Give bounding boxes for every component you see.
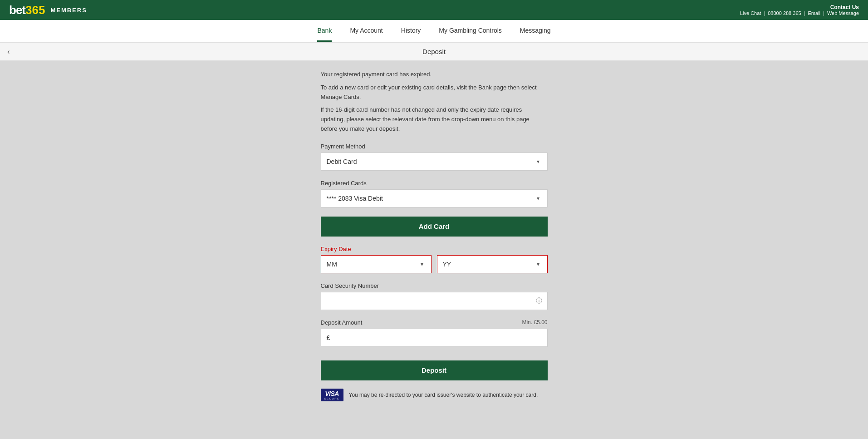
expiry-date-group: Expiry Date MM ▾ YY ▾ bbox=[321, 246, 548, 273]
expiry-month-value: MM bbox=[321, 261, 413, 268]
logo-members: MEMBERS bbox=[50, 7, 87, 14]
expiry-row: MM ▾ YY ▾ bbox=[321, 255, 548, 273]
secure-word: SECURE bbox=[324, 397, 340, 400]
payment-method-value: Debit Card bbox=[321, 158, 529, 165]
info-icon: ⓘ bbox=[531, 297, 547, 305]
nav-my-account[interactable]: My Account bbox=[350, 20, 383, 42]
currency-symbol: £ bbox=[327, 334, 330, 341]
card-security-input-wrapper: ⓘ bbox=[321, 292, 548, 310]
phone-link[interactable]: 08000 288 365 bbox=[768, 10, 801, 16]
card-security-group: Card Security Number ⓘ bbox=[321, 282, 548, 310]
nav-bank[interactable]: Bank bbox=[317, 20, 332, 42]
payment-method-group: Payment Method Debit Card ▾ bbox=[321, 143, 548, 171]
logo-bet: bet365 bbox=[9, 3, 45, 17]
registered-cards-label: Registered Cards bbox=[321, 180, 548, 187]
visa-word: VISA bbox=[325, 390, 339, 397]
contact-title: Contact Us bbox=[740, 4, 859, 10]
main-content: Your registered payment card has expired… bbox=[0, 61, 868, 410]
deposit-amount-label: Deposit Amount bbox=[321, 319, 363, 326]
form-container: Your registered payment card has expired… bbox=[321, 70, 548, 401]
visa-secure-row: VISA SECURE You may be re-directed to yo… bbox=[321, 389, 548, 401]
expiry-month-chevron: ▾ bbox=[413, 261, 431, 267]
expiry-month-select[interactable]: MM ▾ bbox=[321, 255, 432, 273]
registered-cards-value: **** 2083 Visa Debit bbox=[321, 195, 529, 202]
expiry-year-value: YY bbox=[437, 261, 529, 268]
info-text-2: To add a new card or edit your existing … bbox=[321, 83, 548, 102]
add-card-button[interactable]: Add Card bbox=[321, 217, 548, 237]
expiry-year-chevron: ▾ bbox=[529, 261, 547, 267]
nav-messaging[interactable]: Messaging bbox=[520, 20, 551, 42]
deposit-amount-header: Deposit Amount Min. £5.00 bbox=[321, 319, 548, 326]
deposit-input-wrapper: £ bbox=[321, 329, 548, 347]
live-chat-link[interactable]: Live Chat bbox=[740, 10, 761, 16]
payment-method-select[interactable]: Debit Card ▾ bbox=[321, 153, 548, 171]
sub-header: ‹ Deposit bbox=[0, 43, 868, 61]
registered-cards-select[interactable]: **** 2083 Visa Debit ▾ bbox=[321, 189, 548, 207]
nav-gambling-controls[interactable]: My Gambling Controls bbox=[439, 20, 502, 42]
deposit-button[interactable]: Deposit bbox=[321, 360, 548, 380]
header: bet365 MEMBERS Contact Us Live Chat | 08… bbox=[0, 0, 868, 20]
visa-note: You may be re-directed to your card issu… bbox=[349, 392, 538, 398]
back-button[interactable]: ‹ bbox=[7, 48, 10, 56]
main-nav: Bank My Account History My Gambling Cont… bbox=[0, 20, 868, 43]
visa-logo: VISA SECURE bbox=[321, 389, 343, 401]
expiry-year-select[interactable]: YY ▾ bbox=[437, 255, 548, 273]
registered-cards-group: Registered Cards **** 2083 Visa Debit ▾ bbox=[321, 180, 548, 207]
email-link[interactable]: Email bbox=[808, 10, 821, 16]
card-security-label: Card Security Number bbox=[321, 282, 548, 289]
info-text-3: If the 16-digit card number has not chan… bbox=[321, 105, 548, 133]
min-amount: Min. £5.00 bbox=[522, 319, 547, 326]
payment-method-chevron: ▾ bbox=[529, 158, 547, 165]
payment-method-label: Payment Method bbox=[321, 143, 548, 150]
contact-links: Live Chat | 08000 288 365 | Email | Web … bbox=[740, 10, 859, 16]
page-title: Deposit bbox=[422, 48, 446, 55]
deposit-amount-input[interactable] bbox=[332, 334, 541, 341]
deposit-amount-group: Deposit Amount Min. £5.00 £ bbox=[321, 319, 548, 347]
logo: bet365 MEMBERS bbox=[9, 3, 87, 17]
web-message-link[interactable]: Web Message bbox=[827, 10, 859, 16]
card-security-input[interactable] bbox=[321, 292, 531, 310]
info-block: Your registered payment card has expired… bbox=[321, 70, 548, 134]
nav-history[interactable]: History bbox=[401, 20, 421, 42]
registered-cards-chevron: ▾ bbox=[529, 195, 547, 202]
info-text-1: Your registered payment card has expired… bbox=[321, 70, 548, 79]
header-contact: Contact Us Live Chat | 08000 288 365 | E… bbox=[740, 4, 859, 16]
expiry-date-label: Expiry Date bbox=[321, 246, 548, 252]
